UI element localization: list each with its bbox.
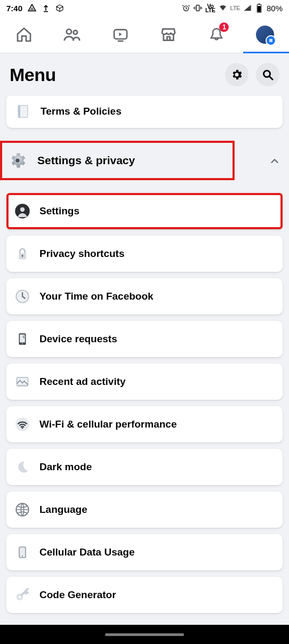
nav-menu-profile[interactable] <box>246 16 284 53</box>
menu-item-label: Privacy shortcuts <box>39 248 124 260</box>
menu-item-wifi-cellular[interactable]: Wi-Fi & cellular performance <box>6 406 283 442</box>
svg-point-24 <box>22 428 23 429</box>
clock-icon <box>14 288 31 305</box>
menu-item-code-generator[interactable]: Code Generator <box>6 577 283 613</box>
header-settings-button[interactable] <box>225 63 248 86</box>
status-volte-label: Vo LTE <box>205 4 215 12</box>
avatar <box>256 26 274 44</box>
svg-point-27 <box>22 556 23 557</box>
document-icon <box>14 102 32 120</box>
svg-rect-4 <box>258 6 261 12</box>
nav-bar: 1 <box>0 16 289 53</box>
header-search-button[interactable] <box>256 63 279 86</box>
lock-icon <box>14 245 31 262</box>
status-alarm-icon <box>182 4 190 12</box>
status-box-icon <box>55 4 64 12</box>
search-icon <box>261 68 274 81</box>
svg-point-13 <box>20 207 25 212</box>
notification-badge: 1 <box>219 22 229 32</box>
svg-point-6 <box>74 30 77 34</box>
page-title: Menu <box>10 65 56 85</box>
menu-item-recent-ad-activity[interactable]: Recent ad activity <box>6 364 283 400</box>
moon-icon <box>14 458 31 476</box>
svg-point-5 <box>67 29 71 34</box>
menu-item-device-requests[interactable]: Device requests <box>6 321 283 357</box>
section-label: Settings & privacy <box>37 154 228 167</box>
status-signal-icon <box>243 4 252 12</box>
svg-point-19 <box>22 343 23 344</box>
menu-item-terms-policies[interactable]: Terms & Policies <box>6 96 283 128</box>
menu-item-label: Recent ad activity <box>39 376 126 388</box>
globe-icon <box>14 501 31 518</box>
svg-rect-10 <box>18 106 20 118</box>
menu-item-label: Cellular Data Usage <box>39 546 134 558</box>
nav-marketplace[interactable] <box>150 16 187 53</box>
nav-notifications[interactable]: 1 <box>198 16 235 53</box>
page-header: Menu <box>0 53 289 96</box>
svg-point-29 <box>19 596 21 599</box>
menu-item-label: Code Generator <box>39 589 116 601</box>
menu-item-label: Device requests <box>39 333 117 345</box>
chevron-up-icon <box>269 155 279 166</box>
svg-rect-22 <box>17 385 28 386</box>
menu-item-language[interactable]: Language <box>6 492 283 528</box>
menu-item-settings[interactable]: Settings <box>6 193 283 229</box>
key-icon <box>14 586 31 603</box>
friends-icon <box>63 26 81 44</box>
wifi-icon <box>14 416 31 433</box>
nav-home[interactable] <box>5 16 43 53</box>
section-settings-privacy[interactable]: Settings & privacy <box>0 134 289 187</box>
svg-rect-3 <box>258 4 260 5</box>
svg-point-11 <box>15 158 19 162</box>
status-upload-icon <box>42 4 50 12</box>
svg-rect-1 <box>196 5 199 11</box>
menu-item-dark-mode[interactable]: Dark mode <box>6 449 283 485</box>
menu-item-privacy-shortcuts[interactable]: Privacy shortcuts <box>6 236 283 272</box>
profile-settings-icon <box>14 203 31 220</box>
menu-item-label: Wi-Fi & cellular performance <box>39 418 176 430</box>
nav-watch[interactable] <box>102 16 139 53</box>
status-lte-label: LTE <box>230 5 240 11</box>
gear-icon <box>230 68 243 81</box>
home-icon <box>15 26 33 43</box>
status-time: 7:40 <box>6 4 22 13</box>
menu-item-label: Language <box>39 504 87 516</box>
phone-device-icon <box>14 331 31 348</box>
menu-item-your-time[interactable]: Your Time on Facebook <box>6 278 283 315</box>
nav-active-indicator <box>243 52 289 53</box>
gesture-pill <box>105 633 184 636</box>
menu-item-cellular-data[interactable]: Cellular Data Usage <box>6 534 283 570</box>
status-battery-text: 80% <box>267 4 283 13</box>
status-bar: 7:40 Vo LTE LTE <box>0 0 289 16</box>
marketplace-icon <box>160 26 177 43</box>
status-battery-icon <box>255 4 263 12</box>
menu-item-label: Your Time on Facebook <box>39 291 154 302</box>
menu-item-label: Dark mode <box>39 461 92 473</box>
phone-icon <box>14 544 31 561</box>
status-wifi-icon <box>219 4 227 12</box>
menu-item-label: Settings <box>39 205 79 217</box>
nav-friends[interactable] <box>53 16 91 53</box>
watch-icon <box>112 26 129 43</box>
android-gesture-bar[interactable] <box>0 625 289 644</box>
gear-icon <box>6 149 29 172</box>
menu-item-label: Terms & Policies <box>41 106 122 117</box>
status-app-icon <box>28 4 36 12</box>
status-vibrate-icon <box>194 4 202 12</box>
image-icon <box>14 373 31 390</box>
